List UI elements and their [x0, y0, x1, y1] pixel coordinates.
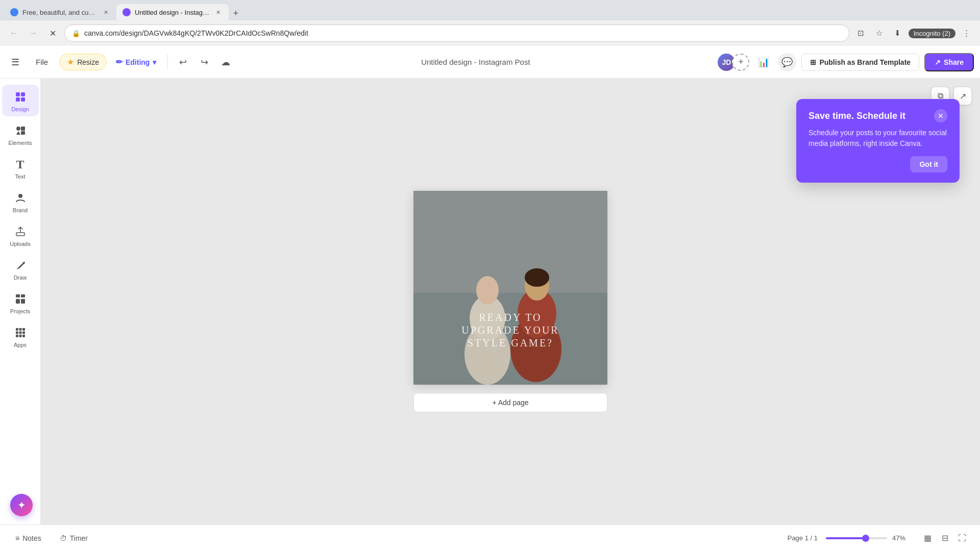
editing-button[interactable]: ✏ Editing ▾ — [111, 54, 161, 70]
brand-icon — [14, 191, 27, 205]
page-info: Page 1 / 1 — [788, 534, 818, 542]
share-icon: ↗ — [935, 58, 941, 66]
svg-rect-3 — [21, 97, 25, 102]
canvas-image: READY TO UPGRADE YOUR STYLE GAME? — [413, 191, 607, 385]
draw-icon — [14, 258, 27, 272]
browser-chrome: Free, beautiful, and customizab... ✕ Unt… — [0, 0, 980, 46]
svg-rect-2 — [16, 97, 20, 102]
magic-button[interactable]: ✦ — [10, 494, 33, 516]
text-icon: T — [16, 157, 24, 171]
avatar-initials: JD — [722, 58, 731, 66]
hamburger-menu-button[interactable]: ☰ — [6, 53, 24, 71]
comments-icon: 💬 — [781, 57, 793, 68]
back-button[interactable]: ← — [6, 26, 21, 41]
tab-close-1[interactable]: ✕ — [101, 8, 110, 17]
tab-close-2[interactable]: ✕ — [213, 8, 223, 17]
svg-point-27 — [476, 276, 499, 305]
grid-view-button[interactable]: ▦ — [920, 531, 935, 546]
svg-rect-11 — [21, 294, 25, 297]
add-people-button[interactable]: + — [732, 54, 749, 71]
add-page-button[interactable]: + Add page — [413, 393, 607, 412]
editing-label: Editing — [126, 58, 150, 66]
sidebar: Design Elements T Text Brand — [0, 79, 41, 524]
projects-icon — [14, 292, 27, 306]
topbar-center: Untitled design - Instagram Post — [239, 58, 712, 66]
canvas-area: ⧉ ↗ — [41, 79, 980, 524]
svg-text:READY TO: READY TO — [479, 312, 542, 323]
new-tab-button[interactable]: + — [229, 6, 243, 20]
publish-brand-template-button[interactable]: ⊞ Publish as Brand Template — [801, 54, 919, 71]
publish-icon: ⊞ — [810, 58, 816, 66]
reload-button[interactable]: ✕ — [45, 26, 60, 41]
topbar-right: JD + 📊 💬 ⊞ Publish as Brand Template ↗ S… — [717, 53, 974, 72]
brand-label: Brand — [13, 207, 28, 213]
multi-icon: ⊟ — [942, 533, 948, 543]
toast-close-button[interactable]: ✕ — [934, 109, 947, 122]
text-label: Text — [15, 173, 25, 180]
resize-star-icon: ★ — [67, 57, 74, 67]
zoom-slider-container[interactable]: 47% — [826, 534, 912, 542]
comments-button[interactable]: 💬 — [778, 53, 796, 71]
forward-button[interactable]: → — [26, 26, 41, 41]
svg-rect-6 — [21, 131, 25, 135]
save-cloud-icon[interactable]: ☁ — [217, 54, 234, 71]
edit-pencil-icon: ✏ — [116, 57, 122, 67]
tab-canva-design[interactable]: Untitled design - Instagram Po... ✕ — [116, 4, 229, 20]
canvas-svg-overlay: READY TO UPGRADE YOUR STYLE GAME? — [413, 191, 607, 385]
magic-icon: ✦ — [17, 499, 26, 511]
svg-rect-5 — [21, 127, 25, 131]
elements-icon — [14, 123, 27, 138]
svg-point-9 — [23, 262, 25, 264]
zoom-slider[interactable] — [826, 537, 887, 539]
sidebar-item-draw[interactable]: Draw — [2, 253, 39, 285]
page-canvas[interactable]: READY TO UPGRADE YOUR STYLE GAME? — [413, 191, 607, 385]
timer-button[interactable]: ⏱ Timer — [55, 531, 93, 545]
browser-menu-icon[interactable]: ⋮ — [959, 26, 974, 41]
uploads-icon — [14, 224, 27, 239]
redo-button[interactable]: ↪ — [195, 54, 213, 71]
timer-icon: ⏱ — [60, 534, 67, 542]
sidebar-item-design[interactable]: Design — [2, 85, 39, 116]
address-bar[interactable]: 🔒 canva.com/design/DAGVwk84gKQ/2TWv0K2Dr… — [64, 24, 849, 42]
tab-canva-home[interactable]: Free, beautiful, and customizab... ✕ — [4, 4, 116, 20]
tab-label-1: Free, beautiful, and customizab... — [22, 9, 97, 16]
toast-got-it-button[interactable]: Got it — [910, 156, 947, 172]
cast-icon[interactable]: ⊡ — [853, 26, 869, 41]
share-button[interactable]: ↗ Share — [924, 53, 974, 71]
sidebar-item-projects[interactable]: Projects — [2, 287, 39, 318]
toast-notification: Save time. Schedule it ✕ Schedule your p… — [796, 99, 960, 183]
sidebar-item-text[interactable]: T Text — [2, 152, 39, 184]
svg-rect-15 — [19, 328, 21, 331]
bottombar-right: Page 1 / 1 47% ▦ ⊟ ⛶ — [788, 531, 970, 546]
timer-label: Timer — [70, 534, 88, 542]
resize-label: Resize — [77, 58, 99, 66]
analytics-button[interactable]: 📊 — [754, 53, 773, 71]
undo-button[interactable]: ↩ — [174, 54, 191, 71]
topbar: ☰ File ★ Resize ✏ Editing ▾ ↩ ↪ ☁ Untitl… — [0, 46, 980, 79]
draw-label: Draw — [14, 274, 27, 281]
download-icon[interactable]: ⬇ — [890, 26, 905, 41]
file-button[interactable]: File — [29, 55, 55, 69]
uploads-label: Uploads — [10, 241, 30, 247]
fullscreen-button[interactable]: ⛶ — [954, 531, 970, 546]
bookmark-icon[interactable]: ☆ — [872, 26, 887, 41]
bottombar-left: ≡ Notes ⏱ Timer — [10, 531, 93, 545]
notes-button[interactable]: ≡ Notes — [10, 531, 46, 545]
zoom-thumb[interactable] — [862, 535, 869, 542]
multi-view-button[interactable]: ⊟ — [937, 531, 952, 546]
sidebar-item-elements[interactable]: Elements — [2, 118, 39, 150]
tab-favicon-1 — [10, 8, 18, 16]
lock-icon: 🔒 — [72, 30, 80, 37]
design-icon — [14, 90, 27, 104]
sidebar-item-apps[interactable]: Apps — [2, 320, 39, 352]
resize-button[interactable]: ★ Resize — [59, 54, 107, 70]
toast-header: Save time. Schedule it ✕ — [808, 109, 947, 122]
incognito-badge: Incognito (2) — [909, 29, 955, 38]
svg-point-7 — [18, 194, 22, 198]
sidebar-item-brand[interactable]: Brand — [2, 186, 39, 217]
toast-body: Schedule your posts to your favourite so… — [808, 128, 947, 149]
tab-favicon-2 — [122, 8, 131, 16]
sidebar-item-uploads[interactable]: Uploads — [2, 219, 39, 251]
browser-actions: ⊡ ☆ ⬇ Incognito (2) ⋮ — [853, 26, 974, 41]
avatar-group[interactable]: JD + — [717, 53, 749, 72]
